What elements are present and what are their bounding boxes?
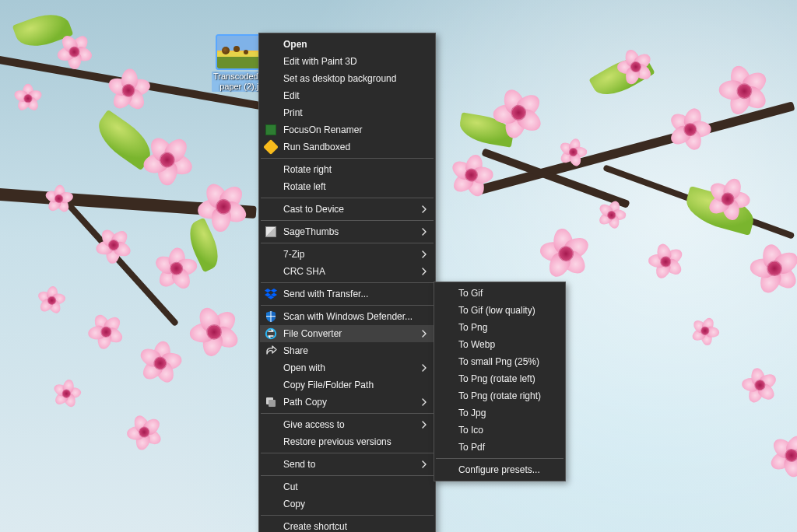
- context-menu-item-give-access-to[interactable]: Give access to: [260, 416, 434, 433]
- context-submenu-item-to-webp[interactable]: To Webp: [435, 336, 564, 353]
- blank-icon: [440, 355, 452, 368]
- flower-decoration: [641, 236, 690, 285]
- blank-icon: [440, 321, 452, 334]
- context-submenu-file-converter: To GifTo Gif (low quality)To PngTo WebpT…: [434, 282, 566, 481]
- context-menu-item-path-copy[interactable]: Path Copy: [260, 394, 434, 411]
- context-menu-item-restore-previous-versions[interactable]: Restore previous versions: [260, 433, 434, 450]
- context-submenu-item-to-ico[interactable]: To Ico: [435, 422, 564, 439]
- menu-item-label: To Ico: [458, 425, 483, 436]
- flower-decoration: [706, 177, 752, 222]
- flower-decoration: [14, 84, 42, 112]
- blank-icon: [265, 362, 277, 374]
- context-menu-separator: [261, 220, 434, 221]
- blank-icon: [440, 338, 452, 351]
- context-submenu-item-to-png-rotate-left[interactable]: To Png (rotate left): [435, 370, 564, 387]
- context-menu-item-sagethumbs[interactable]: SageThumbs: [260, 223, 434, 240]
- context-menu-item-set-as-desktop-background[interactable]: Set as desktop background: [260, 70, 434, 87]
- context-menu-item-send-with-transfer[interactable]: Send with Transfer...: [260, 285, 434, 303]
- menu-item-label: FocusOn Renamer: [283, 124, 362, 135]
- menu-item-label: File Converter: [283, 328, 342, 339]
- svg-rect-9: [269, 400, 276, 407]
- context-submenu-item-configure-presets[interactable]: Configure presets...: [435, 461, 564, 478]
- context-menu-separator: [261, 475, 434, 476]
- converter-icon: [265, 327, 277, 340]
- context-menu-separator: [261, 413, 434, 414]
- context-menu-item-create-shortcut[interactable]: Create shortcut: [260, 518, 434, 532]
- menu-item-label: To small Png (25%): [458, 356, 539, 367]
- context-submenu-item-to-small-png-25[interactable]: To small Png (25%): [435, 353, 564, 370]
- chevron-right-icon: [420, 268, 428, 275]
- blank-icon: [265, 248, 277, 261]
- context-menu-item-crc-sha[interactable]: CRC SHA: [260, 263, 434, 280]
- context-menu-separator: [261, 305, 434, 306]
- chevron-right-icon: [420, 250, 428, 258]
- flower-decoration: [193, 177, 252, 236]
- blank-icon: [265, 180, 277, 193]
- chevron-right-icon: [420, 421, 428, 429]
- menu-item-label: To Pdf: [458, 442, 485, 453]
- flower-decoration: [762, 427, 797, 485]
- menu-item-label: To Png: [458, 322, 487, 333]
- context-menu-item-copy[interactable]: Copy: [260, 495, 434, 513]
- context-submenu-item-to-png[interactable]: To Png: [435, 319, 564, 336]
- context-menu-item-cast-to-device[interactable]: Cast to Device: [260, 201, 434, 218]
- blank-icon: [440, 373, 452, 385]
- context-menu-item-7-zip[interactable]: 7-Zip: [260, 246, 434, 263]
- blank-icon: [440, 304, 452, 317]
- context-menu-item-copy-file-folder-path[interactable]: Copy File/Folder Path: [260, 376, 434, 394]
- menu-item-label: Restore previous versions: [283, 436, 391, 447]
- context-menu-item-send-to[interactable]: Send to: [260, 456, 434, 473]
- context-menu-item-share[interactable]: Share: [260, 342, 434, 359]
- context-menu-item-edit[interactable]: Edit: [260, 87, 434, 104]
- flower-decoration: [94, 226, 133, 265]
- context-menu-item-print[interactable]: Print: [260, 104, 434, 121]
- menu-item-label: To Gif (low quality): [458, 305, 535, 316]
- menu-item-label: Rotate right: [283, 164, 332, 175]
- menu-item-label: Print: [283, 107, 303, 118]
- context-menu-item-focuson-renamer[interactable]: FocusOn Renamer: [260, 121, 434, 138]
- context-submenu-item-to-gif-low-quality[interactable]: To Gif (low quality): [435, 302, 564, 319]
- blank-icon: [265, 458, 277, 471]
- context-menu-item-rotate-left[interactable]: Rotate left: [260, 178, 434, 195]
- context-menu-item-open-with[interactable]: Open with: [260, 359, 434, 376]
- blank-icon: [440, 390, 452, 402]
- menu-item-label: Rotate left: [283, 181, 326, 192]
- svg-point-7: [266, 329, 276, 338]
- blank-icon: [265, 55, 277, 68]
- menu-item-label: Cast to Device: [283, 204, 344, 215]
- context-menu-item-cut[interactable]: Cut: [260, 478, 434, 495]
- context-menu-item-open[interactable]: Open: [260, 36, 434, 53]
- blank-icon: [265, 498, 277, 510]
- context-menu-item-run-sandboxed[interactable]: Run Sandboxed: [260, 138, 434, 156]
- context-menu-separator: [261, 158, 434, 159]
- flower-decoration: [33, 282, 71, 320]
- blank-icon: [265, 418, 277, 431]
- flower-decoration: [660, 100, 720, 159]
- chevron-right-icon: [420, 228, 428, 236]
- flower-decoration: [688, 314, 722, 348]
- blank-icon: [265, 163, 277, 176]
- flower-decoration: [103, 64, 156, 117]
- context-menu-item-edit-with-paint-3d[interactable]: Edit with Paint 3D: [260, 53, 434, 70]
- context-menu-item-rotate-right[interactable]: Rotate right: [260, 161, 434, 178]
- menu-item-label: To Png (rotate left): [458, 373, 535, 384]
- chevron-right-icon: [420, 398, 428, 406]
- context-submenu-item-to-png-rotate-right[interactable]: To Png (rotate right): [435, 387, 564, 404]
- dropbox-icon: [265, 288, 277, 300]
- context-menu-item-file-converter[interactable]: File Converter: [260, 325, 434, 342]
- blank-icon: [265, 379, 277, 391]
- blank-icon: [265, 520, 277, 532]
- context-submenu-item-to-gif[interactable]: To Gif: [435, 285, 564, 302]
- menu-item-label: Path Copy: [283, 397, 327, 408]
- context-submenu-item-to-pdf[interactable]: To Pdf: [435, 439, 564, 456]
- flower-decoration: [135, 338, 185, 387]
- context-submenu-separator: [436, 458, 564, 459]
- chevron-right-icon: [420, 205, 428, 213]
- context-menu-separator: [261, 243, 434, 243]
- menu-item-label: Give access to: [283, 419, 345, 430]
- context-menu-item-scan-with-windows-defender[interactable]: Scan with Windows Defender...: [260, 308, 434, 325]
- menu-item-label: Share: [283, 345, 308, 356]
- context-submenu-item-to-jpg[interactable]: To Jpg: [435, 404, 564, 422]
- menu-item-label: Send to: [283, 459, 315, 470]
- menu-item-label: Scan with Windows Defender...: [283, 311, 413, 322]
